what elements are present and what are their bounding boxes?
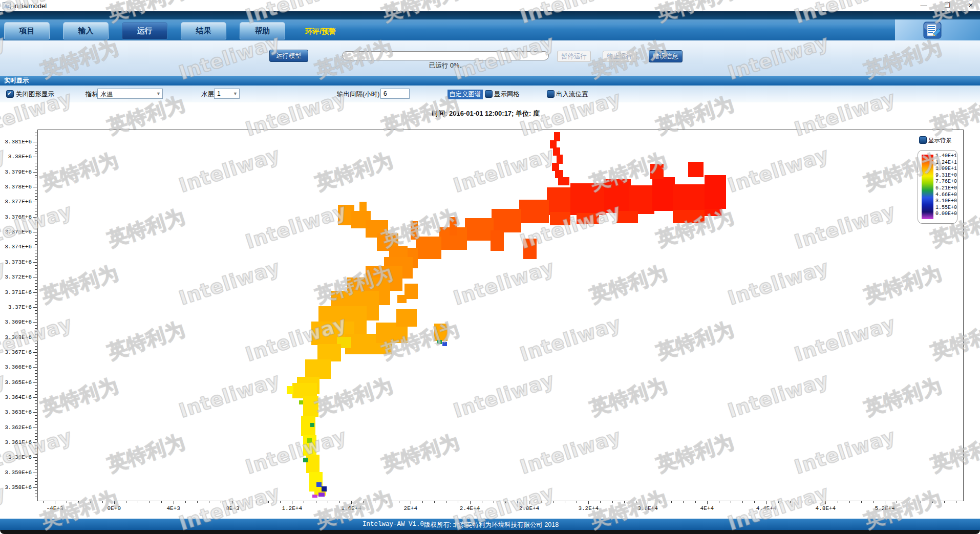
- tick-mark: [35, 244, 37, 245]
- tick-mark: [873, 501, 874, 503]
- tick-mark: [257, 501, 257, 503]
- tick-label: 3.6E+4: [637, 505, 658, 511]
- legend-value: 3.10E+0: [935, 198, 957, 205]
- error-info-button[interactable]: 错误信息: [649, 50, 683, 62]
- tick-mark: [470, 501, 471, 504]
- tick-mark: [446, 501, 446, 503]
- restore-button[interactable]: ❐: [943, 0, 951, 11]
- tick-mark: [35, 328, 37, 329]
- tick-mark: [33, 292, 37, 293]
- custom-spectrum-button[interactable]: 自定义图谱: [448, 90, 483, 99]
- tick-label: 3.362E+6: [1, 424, 32, 431]
- chevron-down-icon: ▼: [156, 91, 161, 96]
- tick-label: 3.371E+6: [1, 289, 32, 295]
- tick-label: 3.368E+6: [1, 334, 32, 340]
- tick-label: 4.4E+4: [756, 505, 777, 511]
- tick-mark: [35, 478, 37, 479]
- tick-mark: [35, 286, 37, 287]
- tick-mark: [35, 190, 37, 190]
- tick-mark: [35, 334, 37, 335]
- tick-mark: [35, 463, 37, 464]
- tick-mark: [33, 412, 37, 413]
- tick-mark: [33, 187, 37, 187]
- tick-mark: [35, 184, 37, 184]
- tick-mark: [35, 340, 37, 340]
- tick-mark: [671, 501, 672, 503]
- tick-mark: [55, 501, 55, 504]
- tick-mark: [35, 313, 37, 314]
- layer-select[interactable]: 1 ▼: [214, 89, 240, 99]
- tick-mark: [35, 403, 37, 404]
- legend-value: 1.40E+1: [935, 153, 957, 160]
- inout-flow-checkbox[interactable]: [547, 90, 555, 98]
- tick-mark: [35, 452, 37, 452]
- tick-mark: [33, 277, 37, 277]
- tick-mark: [541, 501, 542, 503]
- tick-mark: [33, 487, 37, 488]
- close-button[interactable]: ✕: [967, 0, 975, 11]
- tick-mark: [33, 172, 37, 173]
- run-toolbar: 运行模型 已运行 0%。 暂停运行 终止运行 错误信息: [0, 40, 980, 76]
- tick-label: 3.359E+6: [1, 469, 32, 476]
- tick-mark: [35, 268, 37, 269]
- menu-tab[interactable]: 帮助: [240, 22, 285, 39]
- output-interval-input[interactable]: [380, 89, 410, 99]
- tick-label: 3.361E+6: [1, 439, 32, 445]
- tick-mark: [33, 473, 37, 473]
- env-warning-label[interactable]: 环评/预警: [305, 27, 336, 36]
- copyright-text: 版权所有: 北京英特利为环境科技有限公司 2018: [424, 521, 559, 529]
- tick-mark: [956, 501, 956, 503]
- tick-mark: [35, 220, 37, 221]
- tick-mark: [174, 501, 174, 504]
- tick-mark: [825, 501, 826, 504]
- menu-tab[interactable]: 项目: [4, 22, 50, 39]
- tick-mark: [35, 476, 37, 476]
- pause-run-button[interactable]: 暂停运行: [557, 51, 591, 62]
- tick-mark: [35, 379, 37, 380]
- tick-label: 3.381E+6: [1, 139, 32, 145]
- stop-run-button[interactable]: 终止运行: [603, 51, 636, 62]
- tick-mark: [35, 163, 37, 163]
- menu-tab[interactable]: 输入: [63, 22, 109, 39]
- indicator-select[interactable]: 水温 ▼: [97, 89, 163, 99]
- tick-mark: [494, 501, 494, 503]
- menu-tab[interactable]: 结果: [181, 22, 226, 39]
- tick-label: -4E+3: [46, 505, 63, 511]
- minimize-button[interactable]: —: [920, 0, 928, 11]
- show-background-checkbox[interactable]: [919, 136, 927, 144]
- tick-mark: [33, 232, 37, 232]
- tick-mark: [35, 407, 37, 407]
- tick-mark: [517, 501, 518, 503]
- tick-mark: [399, 501, 399, 503]
- output-interval-label: 输出间隔(小时): [337, 90, 379, 99]
- tick-mark: [90, 501, 91, 503]
- tick-mark: [434, 501, 435, 503]
- tick-label: 3.366E+6: [1, 364, 32, 370]
- tick-mark: [35, 494, 37, 494]
- menu-tab[interactable]: 运行: [122, 22, 167, 39]
- tick-mark: [35, 400, 37, 401]
- tick-mark: [35, 445, 37, 446]
- app-icon: [3, 2, 11, 10]
- close-graphics-checkbox[interactable]: [6, 90, 14, 98]
- tick-mark: [351, 501, 352, 504]
- tick-mark: [35, 154, 37, 154]
- tick-mark: [861, 501, 862, 503]
- tick-label: 3.376E+6: [1, 214, 32, 220]
- tick-label: 3.379E+6: [1, 169, 32, 175]
- tick-mark: [35, 199, 37, 200]
- tick-mark: [35, 283, 37, 284]
- document-edit-icon[interactable]: [923, 22, 942, 39]
- show-grid-checkbox[interactable]: [485, 90, 493, 98]
- color-legend: 1.40E+11.24E+11.09E+19.31E+07.76E+06.21E…: [918, 150, 957, 224]
- run-model-button[interactable]: 运行模型: [269, 50, 308, 62]
- tick-mark: [221, 501, 221, 503]
- tick-label: 4.8E+4: [816, 505, 836, 511]
- tick-mark: [35, 454, 37, 455]
- tick-mark: [35, 166, 37, 166]
- tick-mark: [35, 436, 37, 437]
- tick-mark: [35, 373, 37, 374]
- tick-mark: [35, 211, 37, 211]
- tick-mark: [422, 501, 423, 503]
- tick-mark: [35, 343, 37, 344]
